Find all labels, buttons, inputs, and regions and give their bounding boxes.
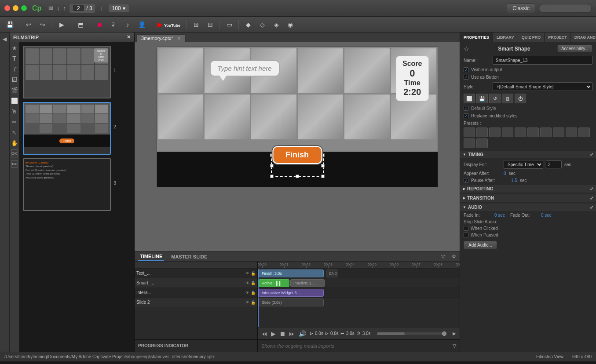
preset-btn[interactable] — [476, 138, 488, 148]
text-style-icon[interactable]: T̲ — [11, 65, 18, 73]
track-lock-icon[interactable]: 🔒 — [251, 271, 256, 276]
star-tool-icon[interactable]: ★ — [11, 44, 18, 52]
appear-after-value[interactable]: 0 — [504, 171, 506, 176]
text-tool-icon[interactable]: T — [11, 55, 18, 62]
tab-project[interactable]: PROJECT — [545, 33, 571, 42]
slide-thumbnail-3[interactable]: By Scorer (Game6) Shooter (most greatest… — [23, 158, 111, 211]
tab-close-button[interactable]: ✕ — [177, 36, 181, 41]
playhead[interactable] — [258, 269, 259, 327]
pause-after-checkbox[interactable] — [464, 178, 468, 183]
preset-btn[interactable] — [527, 127, 539, 137]
filmstrip-collapse[interactable]: ✕ — [127, 34, 131, 40]
clip-slide[interactable]: Slide (3.0s) — [259, 298, 324, 306]
preset-btn[interactable] — [464, 138, 475, 148]
preset-btn[interactable] — [515, 127, 526, 137]
paint2-button[interactable]: ◇ — [256, 18, 268, 31]
transition-section-header[interactable]: ▶ TRANSITION ⤢ — [460, 194, 596, 202]
active-tab[interactable]: 3memory.cptx* ✕ — [136, 34, 186, 42]
filmstrip-item-1[interactable]: Score0Time2:20 1 — [23, 46, 131, 98]
ok-tool-icon[interactable]: OK — [11, 149, 18, 157]
name-input[interactable] — [493, 56, 592, 65]
timing-section-header[interactable]: ▼ TIMING ⤢ — [460, 151, 596, 158]
tl-skip-end[interactable]: ⏭ — [289, 330, 295, 337]
handle-mid-right[interactable] — [321, 164, 325, 167]
preset-btn[interactable] — [476, 127, 488, 137]
audio-expand-icon[interactable]: ⤢ — [590, 205, 593, 210]
cursor-tool-icon[interactable]: ↖ — [11, 128, 18, 136]
hint-text-box[interactable]: Type hint text here — [210, 60, 280, 76]
hand-tool-icon[interactable]: ✋ — [11, 139, 18, 147]
timeline-collapse[interactable]: ▽ — [441, 254, 445, 259]
media-button[interactable]: ▭ — [223, 18, 235, 31]
style-select[interactable]: +[Default Smart Shape Style] — [493, 82, 592, 91]
transition-expand-icon[interactable]: ⤢ — [590, 196, 593, 200]
pause-after-value[interactable]: 1.5 — [511, 178, 517, 183]
preset-btn[interactable] — [502, 127, 513, 137]
handle-bottom-right[interactable] — [321, 175, 325, 178]
annotation-tool-icon[interactable]: ✏ — [11, 118, 18, 126]
maximize-button[interactable] — [21, 5, 27, 11]
preset-btn[interactable] — [566, 127, 577, 137]
add-audio-button[interactable]: Add Audio... — [464, 241, 497, 249]
when-clicked-checkbox[interactable] — [464, 226, 468, 231]
close-button[interactable] — [4, 5, 10, 11]
use-button-checkbox[interactable] — [464, 75, 468, 80]
classic-mode-button[interactable]: Classic — [507, 4, 535, 13]
youtube-button[interactable]: ▶ YouTube — [154, 20, 183, 29]
finish-button[interactable]: Finish — [272, 146, 322, 164]
grid2-button[interactable]: ⊟ — [204, 18, 216, 31]
filmstrip-item-2[interactable]: Finish 2 — [23, 102, 131, 155]
undo-button[interactable]: ↩ — [22, 18, 35, 31]
zoom-control[interactable]: 100 ▾ — [109, 4, 129, 12]
slide-thumbnail-2[interactable]: Finish — [23, 102, 111, 155]
user-button[interactable]: 👤 — [135, 18, 148, 31]
paint1-button[interactable]: ◆ — [242, 18, 254, 31]
track-eye-icon-4[interactable]: 👁 — [245, 300, 249, 305]
tab-quiz-properties[interactable]: QUIZ PRO — [518, 33, 545, 42]
reporting-section-header[interactable]: ▶ REPORTING ⤢ — [460, 185, 596, 193]
audio-section-header[interactable]: ▼ AUDIO ⤢ — [460, 204, 596, 211]
track-eye-icon-3[interactable]: 👁 — [245, 291, 249, 295]
fade-out-value[interactable]: 0 sec — [541, 213, 552, 218]
slide-current-input[interactable]: 2 — [72, 5, 84, 12]
progress-collapse[interactable]: ▽ — [449, 343, 460, 349]
tab-drag-and-drop[interactable]: DRAG AND — [571, 33, 596, 42]
tl-stop-btn[interactable]: ⏹ — [279, 330, 285, 337]
upload-icon[interactable]: ↑ — [63, 5, 66, 11]
tab-tool-icon[interactable]: Tab — [11, 160, 18, 168]
music-button[interactable]: ♪ — [121, 18, 134, 31]
style-btn-3[interactable]: ↺ — [489, 94, 501, 103]
clip-finish[interactable]: Finish :3.0s — [259, 269, 324, 277]
zoom-dropdown-icon[interactable]: ▾ — [123, 5, 125, 11]
style-btn-2[interactable]: 💾 — [476, 94, 488, 103]
preset-btn[interactable] — [464, 127, 475, 137]
shape-tool-icon[interactable]: ⬜ — [11, 97, 18, 105]
tl-play-btn[interactable]: ▶ — [271, 330, 276, 337]
accessibility-button[interactable]: Accessibility... — [557, 45, 592, 52]
export-button[interactable]: ⬒ — [74, 18, 87, 31]
clip-smart-active[interactable]: Active: ▐▐ — [259, 279, 289, 287]
paint4-button[interactable]: ◉ — [284, 18, 296, 31]
timeline-settings[interactable]: ⚙ — [452, 254, 456, 259]
image-tool-icon[interactable]: 🖼 — [11, 76, 18, 84]
display-for-select[interactable]: Specific Time — [504, 160, 543, 169]
collapse-left-icon[interactable]: ◀ — [1, 35, 9, 43]
clip-interactive[interactable]: Interactive Widget:3.... — [259, 289, 324, 297]
tab-library[interactable]: LIBRARY — [493, 33, 518, 42]
paint3-button[interactable]: ◈ — [270, 18, 282, 31]
filmstrip-item-3[interactable]: By Scorer (Game6) Shooter (most greatest… — [23, 158, 131, 211]
record-button[interactable]: ⏺ — [93, 18, 106, 31]
tab-master-slide[interactable]: MASTER SLIDE — [169, 253, 209, 260]
visible-checkbox[interactable] — [464, 67, 468, 72]
tl-skip-start[interactable]: ⏮ — [261, 330, 267, 337]
preset-btn[interactable] — [578, 127, 590, 137]
track-lock-icon-4[interactable]: 🔒 — [251, 300, 256, 305]
grid1-button[interactable]: ⊞ — [190, 18, 202, 31]
save-button[interactable]: 💾 — [4, 18, 16, 31]
default-style-checkbox[interactable] — [464, 106, 468, 111]
style-btn-5[interactable]: ⏻ — [515, 94, 526, 103]
tab-properties[interactable]: PROPERTIES — [460, 33, 493, 42]
display-for-value[interactable] — [546, 160, 562, 168]
mail-icon[interactable]: ✉ — [48, 5, 53, 11]
timing-expand-icon[interactable]: ⤢ — [590, 152, 593, 157]
